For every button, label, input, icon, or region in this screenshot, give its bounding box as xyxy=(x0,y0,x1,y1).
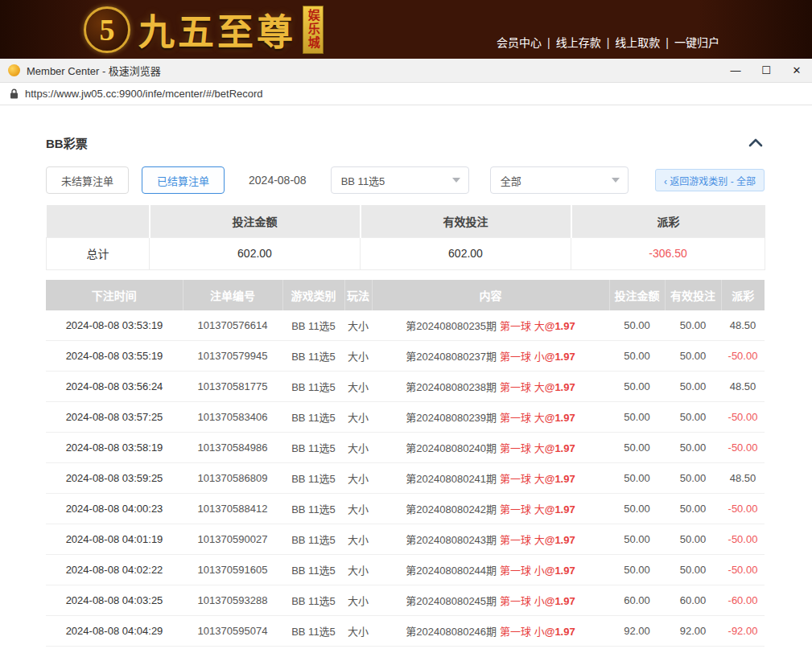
header-order-id: 注单编号 xyxy=(183,280,282,310)
back-to-game-category-button[interactable]: ‹ 返回游戏类别 - 全部 xyxy=(655,169,765,191)
bet-time-cell: 2024-08-08 03:53:19 xyxy=(46,310,183,341)
bet-time-cell: 2024-08-08 04:01:19 xyxy=(46,524,183,555)
bet-time-cell: 2024-08-08 04:04:29 xyxy=(46,616,183,647)
period-text: 第202408080244期 xyxy=(406,565,497,577)
summary-total-label: 总计 xyxy=(47,237,150,269)
site-banner: 5 九五至尊 娱乐城 会员中心|线上存款|线上取款|一键归户 xyxy=(0,0,812,59)
odds-text: @1.97 xyxy=(545,534,575,546)
summary-header-bet: 投注金额 xyxy=(150,205,361,237)
period-text: 第202408080237期 xyxy=(406,351,497,363)
valid-bet-cell: 50.00 xyxy=(665,372,721,402)
game-category-cell: BB 11选5 xyxy=(282,463,344,494)
order-id-cell: 101370595074 xyxy=(183,616,282,647)
odds-text: @1.97 xyxy=(545,503,575,515)
play-type-cell: 大小 xyxy=(344,310,372,341)
payout-cell: 48.50 xyxy=(721,372,765,402)
valid-bet-cell: 50.00 xyxy=(665,310,721,341)
play-type-cell: 大小 xyxy=(344,463,372,494)
collapse-chevron-up-icon[interactable] xyxy=(747,137,765,149)
pick-text: 第一球 大 xyxy=(500,412,545,424)
odds-text: @1.97 xyxy=(545,626,575,638)
site-logo[interactable]: 5 九五至尊 娱乐城 xyxy=(84,3,324,55)
payout-cell: -50.00 xyxy=(721,555,765,585)
payout-cell: -60.00 xyxy=(721,585,765,616)
game-category-cell: BB 11选5 xyxy=(282,524,344,555)
scope-select-value: 全部 xyxy=(501,173,521,188)
address-bar: https://www.jw05.cc:9900/infe/mcenter/#/… xyxy=(0,83,812,105)
unsettled-bets-button[interactable]: 未结算注单 xyxy=(46,166,129,194)
pick-text: 第一球 大 xyxy=(500,320,545,332)
table-row: 2024-08-08 04:04:29 101370595074 BB 11选5… xyxy=(46,616,765,647)
payout-cell: 48.50 xyxy=(721,463,765,494)
window-controls: — ☐ ✕ xyxy=(720,59,812,82)
page-title: BB彩票 xyxy=(46,134,88,151)
table-row: 2024-08-08 03:59:25 101370586809 BB 11选5… xyxy=(46,463,765,494)
content-cell: 第202408080237期第一球 小@1.97 xyxy=(372,341,609,372)
favicon-icon xyxy=(8,64,20,76)
bet-time-cell: 2024-08-08 03:55:19 xyxy=(46,341,183,372)
browser-titlebar: Member Center - 极速浏览器 — ☐ ✕ xyxy=(0,59,812,83)
play-type-cell: 大小 xyxy=(344,555,372,585)
valid-bet-cell: 50.00 xyxy=(665,494,721,524)
play-type-cell: 大小 xyxy=(344,372,372,402)
play-type-cell: 大小 xyxy=(344,433,372,463)
pick-text: 第一球 小 xyxy=(500,565,545,577)
panel-header: BB彩票 xyxy=(46,134,765,151)
minimize-button[interactable]: — xyxy=(720,59,751,82)
header-bet-time: 下注时间 xyxy=(46,280,183,310)
nav-deposit[interactable]: 线上存款 xyxy=(556,36,601,49)
maximize-button[interactable]: ☐ xyxy=(751,59,781,82)
play-type-cell: 大小 xyxy=(344,616,372,647)
content-cell: 第202408080239期第一球 大@1.97 xyxy=(372,402,609,433)
payout-cell: -50.00 xyxy=(721,402,765,433)
odds-text: @1.97 xyxy=(545,565,575,577)
bet-records-table: 下注时间 注单编号 游戏类别 玩法 内容 投注金额 有效投注 派彩 2024-0… xyxy=(46,280,765,647)
payout-cell: 48.50 xyxy=(721,310,765,341)
date-picker[interactable]: 2024-08-08 xyxy=(245,169,310,191)
table-row: 2024-08-08 04:01:19 101370590027 BB 11选5… xyxy=(46,524,765,555)
bet-time-cell: 2024-08-08 03:59:25 xyxy=(46,463,183,494)
nav-withdraw[interactable]: 线上取款 xyxy=(615,36,660,49)
chevron-down-icon xyxy=(612,178,620,183)
bet-amount-cell: 50.00 xyxy=(609,555,665,585)
table-row: 2024-08-08 04:02:22 101370591605 BB 11选5… xyxy=(46,555,765,585)
bet-amount-cell: 50.00 xyxy=(609,433,665,463)
period-text: 第202408080241期 xyxy=(406,473,497,485)
settled-bets-button[interactable]: 已结算注单 xyxy=(142,166,225,194)
game-category-cell: BB 11选5 xyxy=(282,616,344,647)
table-row: 2024-08-08 04:03:25 101370593288 BB 11选5… xyxy=(46,585,765,616)
header-bet-amount: 投注金额 xyxy=(609,280,665,310)
nav-member-center[interactable]: 会员中心 xyxy=(497,36,542,49)
scope-select[interactable]: 全部 xyxy=(490,166,629,194)
valid-bet-cell: 50.00 xyxy=(665,433,721,463)
nav-separator: | xyxy=(607,36,610,49)
bet-table-header-row: 下注时间 注单编号 游戏类别 玩法 内容 投注金额 有效投注 派彩 xyxy=(46,280,765,310)
bet-amount-cell: 92.00 xyxy=(609,616,665,647)
pick-text: 第一球 大 xyxy=(500,442,545,454)
order-id-cell: 101370584986 xyxy=(183,433,282,463)
table-row: 2024-08-08 03:53:19 101370576614 BB 11选5… xyxy=(46,310,765,341)
header-payout: 派彩 xyxy=(721,280,765,310)
bet-amount-cell: 50.00 xyxy=(609,372,665,402)
period-text: 第202408080246期 xyxy=(406,626,497,638)
url-text[interactable]: https://www.jw05.cc:9900/infe/mcenter/#/… xyxy=(25,88,263,100)
valid-bet-cell: 50.00 xyxy=(665,524,721,555)
play-type-cell: 大小 xyxy=(344,524,372,555)
content-cell: 第202408080240期第一球 大@1.97 xyxy=(372,433,609,463)
content-cell: 第202408080245期第一球 小@1.97 xyxy=(372,585,609,616)
game-select[interactable]: BB 11选5 xyxy=(331,166,469,194)
pick-text: 第一球 小 xyxy=(500,595,545,607)
content-cell: 第202408080243期第一球 大@1.97 xyxy=(372,524,609,555)
nav-one-key-transfer[interactable]: 一键归户 xyxy=(674,36,719,49)
close-button[interactable]: ✕ xyxy=(781,59,812,82)
table-row: 2024-08-08 03:56:24 101370581775 BB 11选5… xyxy=(46,372,765,402)
bet-amount-cell: 50.00 xyxy=(609,524,665,555)
summary-table: 投注金额 有效投注 派彩 总计 602.00 602.00 -306.50 xyxy=(46,205,765,270)
summary-total-bet: 602.00 xyxy=(150,237,361,269)
game-category-cell: BB 11选5 xyxy=(282,585,344,616)
nav-separator: | xyxy=(547,36,550,49)
payout-cell: -92.00 xyxy=(721,616,765,647)
table-row: 2024-08-08 03:55:19 101370579945 BB 11选5… xyxy=(46,341,765,372)
game-category-cell: BB 11选5 xyxy=(282,372,344,402)
pick-text: 第一球 大 xyxy=(500,534,545,546)
